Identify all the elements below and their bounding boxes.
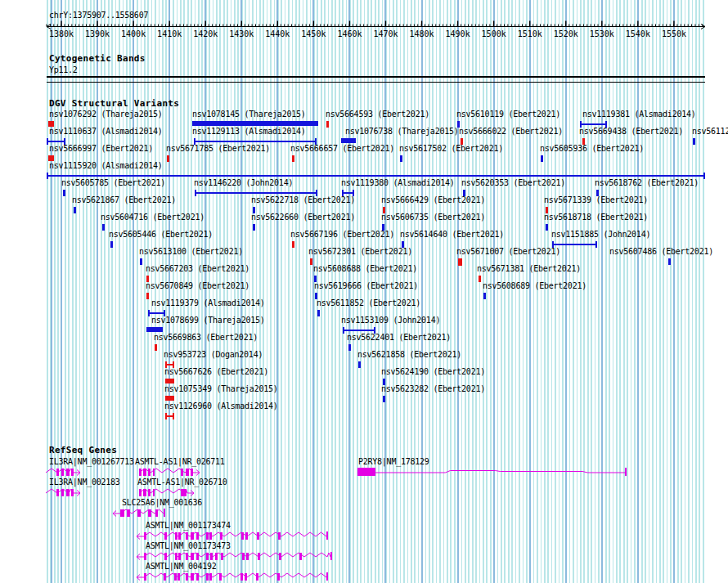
variant-glyph-tick[interactable] xyxy=(479,276,481,282)
variant-label[interactable]: nsv5613100 (Ebert2021) xyxy=(139,247,243,257)
variant-label[interactable]: nsv1110637 (Alsmadi2014) xyxy=(49,127,163,137)
variant-label[interactable]: nsv5671007 (Ebert2021) xyxy=(456,247,560,257)
gene-glyph[interactable] xyxy=(134,551,340,561)
variant-label[interactable]: nsv1078699 (Thareja2015) xyxy=(151,316,265,325)
gene-glyph[interactable] xyxy=(134,572,336,581)
variant-glyph-bar[interactable] xyxy=(165,396,174,401)
gene-label[interactable]: IL3RA|NM_001267713 xyxy=(49,457,134,467)
variant-label[interactable]: nsv5610119 (Ebert2021) xyxy=(456,110,560,119)
gene-glyph[interactable] xyxy=(36,487,83,497)
variant-label[interactable]: nsv1078145 (Thareja2015) xyxy=(192,110,306,119)
variant-label[interactable]: nsv5666657 (Ebert2021) xyxy=(290,144,394,154)
variant-label[interactable]: nsv5611852 (Ebert2021) xyxy=(317,298,420,308)
variant-label[interactable]: nsv5607486 (Ebert2021) xyxy=(609,247,713,257)
variant-label[interactable]: nsv5622718 (Ebert2021) xyxy=(251,195,355,205)
variant-label[interactable]: nsv5605446 (Ebert2021) xyxy=(109,230,213,240)
variant-label[interactable]: nsv1119380 (Alsmadi2014) xyxy=(341,178,455,188)
variant-label[interactable]: nsv5664593 (Ebert2021) xyxy=(326,110,429,119)
variant-label[interactable]: nsv56112 xyxy=(692,127,728,137)
variant-label[interactable]: nsv5619666 (Ebert2021) xyxy=(314,281,418,291)
variant-label[interactable]: nsv953723 (Dogan2014) xyxy=(164,350,263,360)
variant-label[interactable]: nsv5620353 (Ebert2021) xyxy=(461,178,565,188)
variant-label[interactable]: nsv5614640 (Ebert2021) xyxy=(400,230,504,240)
variant-label[interactable]: nsv5624190 (Ebert2021) xyxy=(381,367,485,377)
variant-glyph-tick[interactable] xyxy=(400,155,402,162)
variant-glyph-tick[interactable] xyxy=(310,258,312,265)
variant-label[interactable]: nsv1076292 (Thareja2015) xyxy=(49,110,163,119)
variant-glyph-bar[interactable] xyxy=(48,121,54,127)
variant-glyph-tick[interactable] xyxy=(383,396,385,402)
variant-label[interactable]: nsv1115920 (Alsmadi2014) xyxy=(49,161,163,171)
variant-glyph-tick[interactable] xyxy=(167,155,169,162)
gene-label[interactable]: ASMTL-AS1|NR_026711 xyxy=(135,457,225,467)
variant-glyph-bar[interactable] xyxy=(146,327,163,332)
variant-label[interactable]: nsv5666997 (Ebert2021) xyxy=(49,144,153,154)
variant-glyph-tick[interactable] xyxy=(693,138,695,145)
variant-label[interactable]: nsv5621858 (Ebert2021) xyxy=(357,350,461,360)
variant-label[interactable]: nsv5667203 (Ebert2021) xyxy=(146,264,249,274)
variant-label[interactable]: nsv1076738 (Thareja2015) xyxy=(345,127,459,137)
variant-label[interactable]: nsv5623282 (Ebert2021) xyxy=(381,384,485,394)
variant-label[interactable]: nsv5670849 (Ebert2021) xyxy=(146,281,249,291)
variant-label[interactable]: nsv5622660 (Ebert2021) xyxy=(251,213,355,222)
variant-glyph-bar[interactable] xyxy=(192,121,318,126)
variant-label[interactable]: nsv5667626 (Ebert2021) xyxy=(164,367,268,377)
variant-glyph-tick[interactable] xyxy=(541,155,543,162)
variant-label[interactable]: nsv5621867 (Ebert2021) xyxy=(72,195,176,205)
variant-glyph-tick[interactable] xyxy=(483,293,486,299)
variant-label[interactable]: nsv5669863 (Ebert2021) xyxy=(154,333,258,343)
variant-label[interactable]: nsv5617502 (Ebert2021) xyxy=(399,144,503,154)
variant-glyph-tick[interactable] xyxy=(668,258,671,265)
variant-label[interactable]: nsv1126960 (Alsmadi2014) xyxy=(164,401,278,411)
variant-label[interactable]: nsv1075349 (Thareja2015) xyxy=(164,384,278,394)
variant-glyph-tick[interactable] xyxy=(63,190,65,196)
variant-label[interactable]: nsv5618718 (Ebert2021) xyxy=(544,213,648,222)
variant-glyph-tick[interactable] xyxy=(253,224,255,231)
variant-glyph-tick[interactable] xyxy=(292,155,294,162)
variant-glyph-tick[interactable] xyxy=(358,361,361,368)
gene-glyph[interactable] xyxy=(110,508,173,518)
variant-label[interactable]: nsv1153109 (John2014) xyxy=(341,316,440,325)
gene-glyph[interactable] xyxy=(129,487,197,497)
variant-glyph-tick[interactable] xyxy=(292,241,294,248)
variant-glyph-range[interactable] xyxy=(165,413,174,419)
variant-label[interactable]: nsv5671339 (Ebert2021) xyxy=(544,195,648,205)
variant-label[interactable]: nsv5666429 (Ebert2021) xyxy=(381,195,485,205)
variant-glyph-bar[interactable] xyxy=(48,155,54,161)
variant-glyph-tick[interactable] xyxy=(317,310,320,316)
gene-glyph[interactable] xyxy=(36,467,83,477)
gene-glyph[interactable] xyxy=(348,467,635,477)
variant-label[interactable]: nsv5671785 (Ebert2021) xyxy=(166,144,270,154)
variant-label[interactable]: nsv5604716 (Ebert2021) xyxy=(101,213,204,222)
coordinate-ruler[interactable]: 1380k1390k1400k1410k1420k1430k1440k1450k… xyxy=(0,0,728,43)
gene-glyph[interactable] xyxy=(134,531,336,540)
variant-label[interactable]: nsv5671381 (Ebert2021) xyxy=(477,264,581,274)
variant-glyph-tick[interactable] xyxy=(326,121,329,128)
variant-label[interactable]: nsv5666022 (Ebert2021) xyxy=(459,127,563,137)
variant-glyph-tick[interactable] xyxy=(146,293,149,299)
gene-label[interactable]: ASMTL|NM_001173474 xyxy=(146,521,231,531)
variant-label[interactable]: nsv5606735 (Ebert2021) xyxy=(381,213,485,222)
gene-label[interactable]: IL3RA|NM_002183 xyxy=(49,478,120,487)
variant-label[interactable]: nsv1129113 (Alsmadi2014) xyxy=(192,127,306,137)
variant-label[interactable]: nsv5618762 (Ebert2021) xyxy=(595,178,699,188)
variant-glyph-tick[interactable] xyxy=(74,207,76,213)
variant-glyph-tick[interactable] xyxy=(140,258,142,265)
variant-glyph-tick[interactable] xyxy=(546,224,548,231)
variant-label[interactable]: nsv5667196 (Ebert2021) xyxy=(290,230,394,240)
variant-label[interactable]: nsv5605936 (Ebert2021) xyxy=(540,144,644,154)
gene-label[interactable]: ASMTL-AS1|NR_026710 xyxy=(137,478,227,487)
gene-label[interactable]: P2RY8|NM_178129 xyxy=(358,457,429,467)
variant-glyph-bar[interactable] xyxy=(165,379,174,383)
variant-label[interactable]: nsv5622401 (Ebert2021) xyxy=(347,333,451,343)
gene-label[interactable]: SLC25A6|NM_001636 xyxy=(122,498,202,508)
variant-glyph-tick[interactable] xyxy=(110,241,113,248)
variant-label[interactable]: nsv5608688 (Ebert2021) xyxy=(313,264,417,274)
gene-label[interactable]: ASMTL|NM_001173473 xyxy=(146,541,231,551)
variant-label[interactable]: nsv1151885 (John2014) xyxy=(551,230,650,240)
gene-glyph[interactable] xyxy=(129,467,203,477)
variant-label[interactable]: nsv5672301 (Ebert2021) xyxy=(308,247,412,257)
variant-label[interactable]: nsv1146220 (John2014) xyxy=(194,178,293,188)
variant-label[interactable]: nsv5669438 (Ebert2021) xyxy=(579,127,683,137)
variant-glyph-bar[interactable] xyxy=(341,138,356,143)
